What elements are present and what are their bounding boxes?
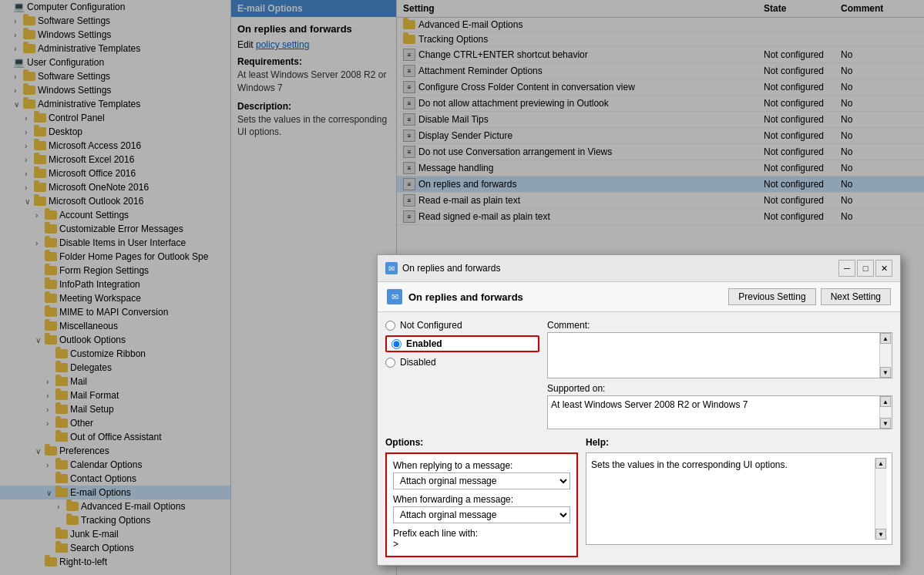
radio-enabled-label: Enabled — [406, 338, 442, 349]
scroll-up-arrow[interactable]: ▲ — [880, 333, 891, 344]
close-button[interactable]: ✕ — [875, 260, 892, 277]
scroll-track — [880, 344, 892, 367]
modal-title-left: ✉ On replies and forwards — [385, 262, 500, 274]
modal-right: Comment: ▲ ▼ Supported on: At least Wind… — [547, 320, 892, 429]
when-replying-label: When replying to a message: — [393, 460, 570, 471]
modal-header: ✉ On replies and forwards Previous Setti… — [378, 282, 900, 312]
radio-enabled-input[interactable] — [391, 339, 402, 349]
radio-not-configured-input[interactable] — [385, 321, 395, 331]
when-forwarding-label: When forwarding a message: — [393, 494, 570, 505]
modal-options-help: Options: When replying to a message: Att… — [378, 437, 900, 565]
modal-title-icon: ✉ — [385, 262, 398, 274]
reply-option-row: When replying to a message: Attach orgin… — [393, 460, 570, 489]
radio-not-configured-label: Not Configured — [400, 320, 462, 331]
modal-header-title: On replies and forwards — [408, 291, 722, 303]
help-scroll-up[interactable]: ▲ — [875, 458, 886, 469]
modal-titlebar: ✉ On replies and forwards ─ □ ✕ — [378, 255, 900, 282]
modal-dialog: ✉ On replies and forwards ─ □ ✕ ✉ On rep… — [377, 254, 901, 566]
options-panel: Options: When replying to a message: Att… — [385, 437, 578, 557]
prefix-row: Prefix each line with: > — [393, 528, 570, 550]
modal-controls: ─ □ ✕ — [838, 260, 892, 277]
modal-left: Not Configured Enabled Disabled — [385, 320, 539, 429]
supported-scroll-down[interactable]: ▼ — [880, 418, 891, 429]
scroll-down-arrow[interactable]: ▼ — [880, 367, 891, 378]
radio-group: Not Configured Enabled Disabled — [385, 320, 539, 368]
options-box: When replying to a message: Attach orgin… — [385, 452, 578, 557]
help-scroll-down[interactable]: ▼ — [875, 529, 886, 540]
forward-option-row: When forwarding a message: Attach orgina… — [393, 494, 570, 523]
previous-setting-button[interactable]: Previous Setting — [728, 288, 815, 305]
radio-disabled-label: Disabled — [400, 357, 436, 368]
radio-not-configured[interactable]: Not Configured — [385, 320, 539, 331]
help-text: Sets the values in the corresponding UI … — [591, 458, 875, 540]
modal-header-icon: ✉ — [387, 289, 402, 304]
minimize-button[interactable]: ─ — [838, 260, 855, 277]
help-box: Sets the values in the corresponding UI … — [586, 452, 892, 545]
comment-textarea[interactable] — [548, 333, 879, 378]
radio-disabled-input[interactable] — [385, 358, 395, 368]
modal-body: Not Configured Enabled Disabled Comment: — [378, 312, 900, 437]
help-heading: Help: — [586, 437, 892, 448]
supported-scroll-track — [880, 407, 892, 418]
comment-scrollbar: ▲ ▼ — [879, 333, 892, 378]
maximize-button[interactable]: □ — [857, 260, 874, 277]
supported-scroll-up[interactable]: ▲ — [880, 396, 891, 407]
supported-label: Supported on: — [547, 383, 892, 394]
when-forwarding-select[interactable]: Attach orginal message Do not include or… — [393, 506, 570, 523]
help-scroll-track — [875, 469, 887, 529]
radio-enabled-container[interactable]: Enabled — [385, 335, 539, 352]
modal-overlay: ✉ On replies and forwards ─ □ ✕ ✉ On rep… — [0, 0, 924, 575]
supported-scrollbar: ▲ ▼ — [879, 396, 892, 429]
when-replying-select[interactable]: Attach orginal message Do not include or… — [393, 472, 570, 489]
supported-section: Supported on: At least Windows Server 20… — [547, 383, 892, 429]
comment-label: Comment: — [547, 320, 892, 331]
help-scrollbar: ▲ ▼ — [875, 458, 887, 540]
prefix-label: Prefix each line with: — [393, 528, 570, 539]
modal-nav-buttons: Previous Setting Next Setting — [728, 288, 891, 305]
radio-disabled[interactable]: Disabled — [385, 357, 539, 368]
help-panel: Help: Sets the values in the correspondi… — [586, 437, 892, 557]
prefix-arrow-value: > — [393, 539, 398, 550]
supported-text: At least Windows Server 2008 R2 or Windo… — [548, 396, 879, 429]
modal-title-text: On replies and forwards — [402, 263, 500, 274]
comment-section: Comment: ▲ ▼ — [547, 320, 892, 378]
next-setting-button[interactable]: Next Setting — [821, 288, 891, 305]
options-heading: Options: — [385, 437, 578, 448]
